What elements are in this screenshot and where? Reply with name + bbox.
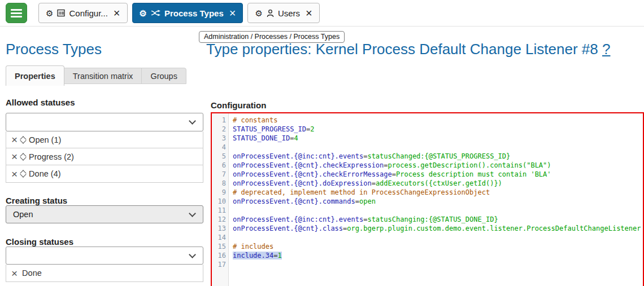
code-token-key: STATUS_PROGRESS_ID — [233, 125, 306, 133]
closing-statuses-list: ×Done — [6, 265, 203, 282]
code-token-key: onProcessEvent.{@cnt}.commands — [233, 197, 355, 205]
code-line: onProcessEvent.{@inc:cnt}.events=statusC… — [233, 215, 641, 224]
remove-icon[interactable]: × — [10, 169, 19, 179]
code-token-key: onProcessEvent.{@inc:cnt}.events — [233, 215, 363, 223]
code-line — [233, 143, 641, 152]
line-number: 10 — [212, 197, 226, 206]
code-token-key: include.34 — [233, 252, 273, 259]
menu-button[interactable] — [6, 3, 27, 23]
status-label: Open (1) — [29, 135, 61, 144]
line-number: 1 — [212, 116, 226, 125]
closing-statuses-combobox[interactable] — [6, 247, 203, 265]
line-number: 12 — [212, 215, 226, 224]
chevron-down-icon — [189, 251, 196, 258]
header-tab-users[interactable]: ⚙Users× — [247, 3, 319, 23]
reorder-icon[interactable] — [21, 154, 25, 160]
header-tab-label: Process Types — [164, 8, 224, 18]
shuffle-icon — [151, 10, 160, 16]
header-tab-label: Users — [278, 8, 300, 18]
line-number-gutter: 1234567891011121314151617 — [212, 113, 229, 286]
close-icon[interactable]: × — [306, 7, 312, 19]
code-area[interactable]: # constantsSTATUS_PROGRESS_ID=2STATUS_DO… — [229, 113, 641, 286]
header-tab-process-types[interactable]: ⚙Process Types× — [132, 3, 243, 23]
allowed-statuses-combobox[interactable] — [6, 113, 203, 131]
remove-icon[interactable]: × — [10, 151, 19, 162]
chevron-down-icon — [189, 117, 196, 125]
code-line: STATUS_DONE_ID=4 — [233, 134, 641, 143]
code-token-value: statusChanged:{@STATUS_PROGRESS_ID} — [367, 152, 510, 160]
person-icon — [267, 9, 274, 17]
code-token-value: Process description must contain 'BLA' — [396, 170, 551, 178]
code-line: # includes — [233, 242, 641, 251]
code-line — [233, 233, 641, 242]
chevron-down-icon — [189, 210, 196, 217]
code-line: onProcessEvent.{@cnt}.commands=open — [233, 197, 641, 206]
code-token-value: 4 — [294, 134, 298, 142]
config-grid-icon — [57, 9, 65, 17]
code-line — [233, 260, 641, 269]
header-tab-configur-[interactable]: ⚙Configur...× — [38, 3, 128, 23]
code-token-eq: = — [372, 179, 376, 187]
configuration-label: Configuration — [211, 100, 266, 110]
code-line: onProcessEvent.{@cnt}.checkErrorMessage=… — [233, 170, 641, 179]
line-number: 16 — [212, 251, 226, 260]
line-number: 17 — [212, 260, 226, 269]
status-label: Done — [22, 269, 42, 278]
remove-icon[interactable]: × — [10, 134, 19, 145]
help-link[interactable]: ? — [602, 41, 610, 58]
creating-status-value: Open — [13, 210, 33, 219]
gear-icon: ⚙ — [140, 9, 147, 17]
status-list-item: ×Done — [6, 265, 203, 281]
code-token-eq: = — [392, 170, 396, 178]
type-properties-heading: Type properties: Kernel Process Default … — [206, 41, 610, 58]
code-token-value: 1 — [277, 252, 281, 259]
creating-status-select[interactable]: Open — [6, 205, 203, 223]
line-number: 5 — [212, 152, 226, 161]
selected-text: include.34=1 — [233, 252, 282, 259]
code-line: include.34=1 — [233, 251, 641, 260]
header-tab-label: Configur... — [69, 8, 107, 18]
line-number: 8 — [212, 179, 226, 188]
code-token-comment: # includes — [233, 243, 273, 250]
shuffle-icon — [151, 10, 160, 16]
code-token-value: statusChanging:{@STATUS_DONE_ID} — [367, 215, 498, 223]
close-icon[interactable]: × — [114, 7, 120, 19]
code-token-key: STATUS_DONE_ID — [233, 134, 290, 142]
code-token-comment: # constants — [233, 116, 277, 124]
tab-properties[interactable]: Properties — [6, 65, 64, 86]
code-token-eq: = — [384, 161, 388, 169]
header-bar: ⚙Configur...×⚙Process Types×⚙Users× — [0, 0, 644, 27]
remove-icon[interactable]: × — [10, 268, 19, 279]
gear-icon: ⚙ — [46, 9, 53, 17]
tab-transition-matrix[interactable]: Transition matrix — [64, 68, 142, 84]
tab-groups[interactable]: Groups — [141, 68, 186, 84]
reorder-icon[interactable] — [21, 171, 25, 177]
code-line: onProcessEvent.{@cnt}.class=org.bgerp.pl… — [233, 224, 641, 233]
property-tab-strip: PropertiesTransition matrixGroups — [6, 65, 186, 86]
line-number: 13 — [212, 224, 226, 233]
status-list-item: ×Done (4) — [6, 165, 203, 182]
configuration-editor[interactable]: 1234567891011121314151617 # constantsSTA… — [211, 112, 644, 286]
code-line: # constants — [233, 116, 641, 125]
close-icon[interactable]: × — [229, 7, 236, 19]
code-token-eq: = — [355, 197, 359, 205]
code-token-value: addExecutors({ctxUser.getId()}) — [376, 179, 502, 187]
code-line: onProcessEvent.{@cnt}.doExpression=addEx… — [233, 179, 641, 188]
code-line: # deprecated, implement method in Proces… — [233, 188, 641, 197]
code-line: onProcessEvent.{@inc:cnt}.events=statusC… — [233, 152, 641, 161]
allowed-statuses-list: ×Open (1)×Progress (2)×Done (4) — [6, 131, 203, 183]
creating-status-label: Creating status — [6, 196, 67, 205]
person-icon — [267, 9, 274, 17]
status-label: Done (4) — [29, 169, 60, 178]
reorder-icon[interactable] — [21, 137, 25, 143]
allowed-statuses-label: Allowed statuses — [6, 98, 75, 107]
code-token-key: onProcessEvent.{@inc:cnt}.events — [233, 152, 363, 160]
code-token-value: 2 — [310, 125, 314, 133]
code-token-value: org.bgerp.plugin.custom.demo.event.liste… — [347, 225, 641, 232]
code-line: STATUS_PROGRESS_ID=2 — [233, 125, 641, 134]
line-number: 3 — [212, 134, 226, 143]
status-list-item: ×Progress (2) — [6, 148, 203, 165]
line-number: 2 — [212, 125, 226, 134]
code-token-key: onProcessEvent.{@cnt}.checkErrorMessage — [233, 170, 392, 178]
config-grid-icon — [57, 9, 65, 17]
